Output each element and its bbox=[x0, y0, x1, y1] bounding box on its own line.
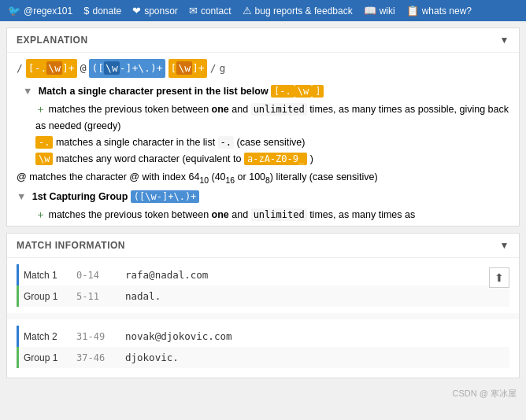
nav-donate[interactable]: $ donate bbox=[83, 5, 121, 17]
nav-wiki[interactable]: 📖 wiki bbox=[364, 5, 395, 17]
nav-donate-label: donate bbox=[92, 6, 121, 17]
group1-match2-range: 37-46 bbox=[76, 352, 116, 363]
nav-bugs[interactable]: ⚠ bug reports & feedback bbox=[243, 5, 353, 17]
tree-sub-2: -. matches a single character in the lis… bbox=[35, 134, 509, 151]
nav-wiki-label: wiki bbox=[380, 6, 395, 17]
nav-bugs-label: bug reports & feedback bbox=[255, 6, 353, 17]
nav-sponsor[interactable]: ❤ sponsor bbox=[132, 5, 178, 17]
group1-match1-value: nadal. bbox=[125, 290, 161, 302]
heart-icon: ❤ bbox=[132, 5, 141, 17]
clipboard-icon: 📋 bbox=[406, 5, 419, 17]
match1-row: Match 1 0-14 rafa@nadal.com bbox=[17, 264, 509, 286]
group1-match1-row: Group 1 5-11 nadal. bbox=[17, 286, 509, 307]
match1-label: Match 1 bbox=[24, 270, 67, 281]
regex-at: @ bbox=[80, 60, 87, 77]
nav-contact[interactable]: ✉ contact bbox=[189, 5, 232, 17]
regex-part1: [-.\w]+ bbox=[26, 59, 77, 78]
match-info-header: MATCH INFORMATION ▼ bbox=[7, 234, 519, 258]
regex-part3: [\w]+ bbox=[169, 59, 207, 78]
tree-sub-3: \w matches any word character (equivalen… bbox=[35, 151, 509, 168]
match2-row: Match 2 31-49 novak@djokovic.com bbox=[17, 326, 509, 347]
top-navigation: 🐦 @regex101 $ donate ❤ sponsor ✉ contact… bbox=[0, 0, 526, 21]
group1-match1-range: 5-11 bbox=[76, 291, 116, 302]
match1-value: rafa@nadal.com bbox=[125, 269, 208, 281]
nav-whatsnew[interactable]: 📋 whats new? bbox=[406, 5, 472, 17]
nav-twitter-label: @regex101 bbox=[24, 6, 72, 17]
slash-open: / bbox=[17, 60, 23, 77]
warning-icon: ⚠ bbox=[243, 5, 252, 17]
explanation-header: EXPLANATION ▼ bbox=[7, 28, 519, 53]
match-info-collapse-icon[interactable]: ▼ bbox=[500, 240, 509, 251]
group1-match2-label: Group 1 bbox=[24, 352, 67, 363]
match-info-section: MATCH INFORMATION ▼ ⬆ Match 1 0-14 rafa@… bbox=[6, 233, 520, 378]
group1-match1-label: Group 1 bbox=[24, 291, 67, 302]
match2-label: Match 2 bbox=[24, 331, 67, 342]
mail-icon: ✉ bbox=[189, 5, 198, 17]
twitter-icon: 🐦 bbox=[8, 5, 20, 17]
book-icon: 📖 bbox=[364, 5, 376, 17]
match-body: ⬆ Match 1 0-14 rafa@nadal.com Group 1 5-… bbox=[7, 258, 519, 378]
match2-range: 31-49 bbox=[76, 331, 116, 342]
nav-whatsnew-label: whats new? bbox=[422, 6, 472, 17]
dollar-icon: $ bbox=[83, 5, 89, 17]
regex-flag: g bbox=[220, 60, 226, 77]
group1-match2-value: djokovic. bbox=[125, 352, 179, 363]
explanation-body: / [-.\w]+ @ ([\w-]+\.)+ [\w]+ / g ▼ Matc… bbox=[7, 53, 519, 226]
tree-at: @ matches the character @ with index 641… bbox=[17, 168, 509, 188]
tree-sub-1: ＋ matches the previous token between one… bbox=[35, 101, 509, 135]
slash-close: / bbox=[210, 60, 217, 77]
nav-contact-label: contact bbox=[201, 6, 232, 17]
nav-twitter[interactable]: 🐦 @regex101 bbox=[8, 5, 72, 17]
share-button[interactable]: ⬆ bbox=[489, 267, 509, 288]
tree-group: ▼ 1st Capturing Group ([\w-]+\.)+ bbox=[17, 188, 509, 206]
watermark: CSDN @ 寒冰屋 bbox=[0, 385, 526, 406]
regex-display: / [-.\w]+ @ ([\w-]+\.)+ [\w]+ / g bbox=[17, 59, 509, 78]
nav-sponsor-label: sponsor bbox=[144, 6, 178, 17]
group1-match2-row: Group 1 37-46 djokovic. bbox=[17, 347, 509, 368]
tree-item-1: ▼ Match a single character present in th… bbox=[23, 83, 509, 101]
explanation-section: EXPLANATION ▼ / [-.\w]+ @ ([\w-]+\.)+ [\… bbox=[6, 28, 520, 227]
match2-value: novak@djokovic.com bbox=[125, 330, 232, 342]
regex-part2: ([\w-]+\.)+ bbox=[89, 59, 165, 78]
tree-group-sub: ＋ matches the previous token between one… bbox=[35, 206, 509, 223]
explanation-collapse-icon[interactable]: ▼ bbox=[500, 35, 509, 46]
spacer bbox=[7, 313, 519, 319]
match1-range: 0-14 bbox=[76, 270, 116, 281]
explanation-title: EXPLANATION bbox=[17, 35, 88, 46]
match-info-title: MATCH INFORMATION bbox=[17, 240, 125, 251]
